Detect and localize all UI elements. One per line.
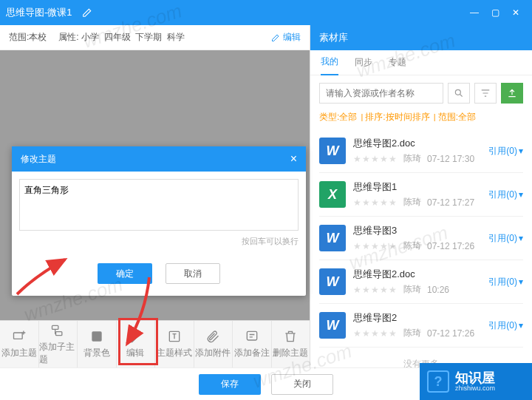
svg-rect-0 [13,333,22,339]
list-item[interactable]: W思维导图2.doc★★★★★陈琦10:26引用(0) ▾ [319,260,523,304]
list-item[interactable]: W思维导图3★★★★★陈琦07-12 17:26引用(0) ▾ [319,217,523,260]
item-name: 思维导图2 [353,311,481,325]
add-topic-icon [12,329,27,344]
star-rating: ★★★★★ [353,285,398,295]
tab-special[interactable]: 专题 [389,50,406,75]
list-item[interactable]: W思维导图2.doc★★★★★陈琦07-12 17:30引用(0) ▾ [319,129,523,173]
filter-button[interactable] [474,83,497,104]
title-edit-icon[interactable] [81,7,93,18]
cancel-button[interactable]: 取消 [166,263,220,284]
meta-edit-link[interactable]: 编辑 [271,31,301,44]
tool-bg-color[interactable]: 背景色 [78,321,117,367]
svg-rect-5 [247,331,256,340]
canvas-area: 修改主题 × 按回车可以换行 确定 取消 [0,50,310,320]
word-file-icon: W [319,312,346,339]
item-name: 思维导图1 [353,180,481,194]
tool-add-attach[interactable]: 添加附件 [194,321,233,367]
add-note-icon [245,329,259,344]
dialog-hint: 按回车可以换行 [19,236,299,247]
brand-badge: ? 知识屋 zhishiwu.com [420,363,532,400]
svg-rect-1 [52,325,58,329]
resource-list: W思维导图2.doc★★★★★陈琦07-12 17:30引用(0) ▾X思维导图… [310,129,532,367]
star-rating: ★★★★★ [353,241,398,251]
tool-add-note[interactable]: 添加备注 [233,321,272,367]
cite-link[interactable]: 引用(0) ▾ [488,189,523,201]
svg-rect-3 [92,331,101,341]
tool-add-topic[interactable]: 添加主题 [0,321,39,367]
bg-color-icon [89,329,104,344]
upload-button[interactable] [501,83,523,104]
item-name: 思维导图2.doc [353,268,481,281]
attrs: 属性: 小学 四年级 下学期 科学 [58,31,185,44]
tool-label: 添加备注 [234,347,270,359]
brand-icon: ? [427,370,449,393]
tool-label: 删除主题 [273,347,308,359]
word-file-icon: W [319,225,346,251]
item-meta: ★★★★★陈琦07-12 17:26 [353,327,481,339]
item-name: 思维导图3 [353,224,481,237]
chevron-down-icon: ▾ [519,277,523,287]
edit-topic-dialog: 修改主题 × 按回车可以换行 确定 取消 [12,146,306,296]
add-attach-icon [205,329,220,344]
dialog-header: 修改主题 × [12,146,306,172]
chevron-down-icon: ▾ [519,320,523,330]
list-item[interactable]: W思维导图2★★★★★陈琦07-12 17:26引用(0) ▾ [319,304,523,348]
cite-link[interactable]: 引用(0) ▾ [488,319,523,332]
chevron-down-icon: ▾ [519,233,523,243]
cite-link[interactable]: 引用(0) ▾ [488,232,523,245]
tab-sync[interactable]: 同步 [355,50,372,75]
tool-label: 添加子主题 [39,341,78,366]
app-title: 思维导图-微课1 [6,6,72,19]
bottom-toolbar: 添加主题添加子主题背景色编辑主题样式添加附件添加备注删除主题 [0,320,310,367]
ok-button[interactable]: 确定 [98,263,152,284]
tool-topic-style[interactable]: 主题样式 [155,321,194,367]
item-meta: ★★★★★陈琦07-12 17:30 [353,152,481,165]
tab-mine[interactable]: 我的 [321,50,338,75]
chevron-down-icon: ▾ [519,189,523,200]
search-button[interactable] [448,83,470,104]
dialog-close-icon[interactable]: × [290,152,297,166]
tool-label: 主题样式 [157,347,192,359]
title-bar: 思维导图-微课1 — ▢ ✕ [0,0,532,25]
edit-icon [128,329,143,344]
save-button[interactable]: 保存 [199,374,261,395]
tool-delete-topic[interactable]: 删除主题 [272,321,310,367]
tool-label: 添加附件 [195,347,231,359]
meta-bar: 范围:本校 属性: 小学 四年级 下学期 科学 编辑 [0,25,310,50]
library-tabs: 我的 同步 专题 [310,50,532,75]
library-header: 素材库 [310,25,532,50]
topic-style-icon [167,329,182,344]
word-file-icon: W [319,268,346,295]
maximize-button[interactable]: ▢ [485,2,505,23]
cite-link[interactable]: 引用(0) ▾ [488,145,523,157]
item-meta: ★★★★★陈琦10:26 [353,283,481,296]
word-file-icon: W [319,138,346,164]
tool-edit[interactable]: 编辑 [117,321,156,367]
tool-label: 编辑 [126,347,144,359]
minimize-button[interactable]: — [464,2,485,23]
star-rating: ★★★★★ [353,328,398,339]
svg-rect-2 [56,331,62,335]
filter-summary[interactable]: 类型:全部 | 排序:按时间排序 | 范围:全部 [310,111,532,129]
item-name: 思维导图2.doc [353,137,481,150]
item-meta: ★★★★★陈琦07-12 17:26 [353,240,481,252]
close-window-button[interactable]: ✕ [505,2,526,23]
svg-point-6 [455,89,460,95]
brand-name: 知识屋 [455,371,495,384]
scope: 范围:本校 [9,31,47,44]
excel-file-icon: X [319,181,346,208]
tool-add-subtopic[interactable]: 添加子主题 [39,321,78,367]
chevron-down-icon: ▾ [519,146,523,156]
tool-label: 添加主题 [1,347,37,359]
list-item[interactable]: X思维导图1★★★★★陈琦07-12 17:27引用(0) ▾ [319,173,523,217]
delete-topic-icon [283,329,298,344]
cite-link[interactable]: 引用(0) ▾ [488,276,523,288]
dialog-title: 修改主题 [21,153,56,166]
brand-sub: zhishiwu.com [455,384,495,392]
tool-label: 背景色 [83,347,110,359]
add-subtopic-icon [50,323,65,338]
topic-textarea[interactable] [19,179,299,231]
close-button[interactable]: 关闭 [271,374,333,395]
star-rating: ★★★★★ [353,154,398,164]
search-input[interactable] [319,83,443,104]
